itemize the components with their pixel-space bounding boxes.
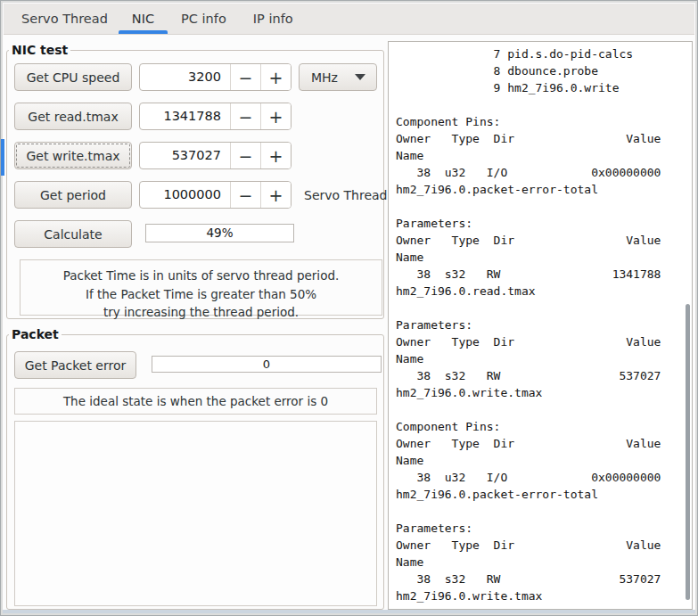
write-tmax-value[interactable]: 537027 — [140, 143, 230, 168]
output-line: Owner Type Dir Value — [396, 333, 679, 350]
tab-label: PC info — [181, 12, 226, 26]
output-line: Name — [396, 452, 679, 469]
output-line: hm2_7i96.0.packet-error-total — [396, 486, 679, 503]
output-line: Parameters: — [396, 316, 679, 333]
packet-error-value-display: 0 — [152, 356, 382, 373]
read-tmax-row: Get read.tmax 1341788 − + — [7, 103, 385, 130]
empty-display-area — [14, 421, 377, 606]
read-tmax-value[interactable]: 1341788 — [140, 103, 230, 129]
tab-servo-thread[interactable]: Servo Thread — [11, 4, 119, 34]
output-line: hm2_7i96.0.write.tmax — [396, 384, 679, 401]
packet-time-note: Packet Time is in units of servo thread … — [20, 259, 382, 316]
note-line: Packet Time is in units of servo thread … — [21, 267, 382, 285]
note-line: If the Packet Time is greater than 50% — [21, 285, 382, 304]
output-line: Owner Type Dir Value — [396, 130, 679, 147]
nic-test-group: NIC test Get CPU speed 3200 − + MHz Get … — [6, 50, 384, 319]
cpu-speed-spinbox[interactable]: 3200 − + — [139, 63, 292, 91]
output-line: Name — [396, 147, 679, 164]
tab-ip-info[interactable]: IP info — [240, 4, 307, 34]
minus-icon[interactable]: − — [230, 103, 260, 129]
packet-error-row: Get Packet error 0 — [7, 351, 385, 379]
write-tmax-row: Get write.tmax 537027 − + — [7, 142, 385, 169]
group-title: Packet — [9, 326, 62, 343]
output-line — [396, 96, 679, 113]
output-line: 38 s32 RW 537027 — [396, 571, 679, 587]
tab-label: NIC — [132, 12, 154, 26]
plus-icon[interactable]: + — [260, 64, 291, 90]
write-tmax-spinbox[interactable]: 537027 − + — [139, 142, 292, 169]
minus-icon[interactable]: − — [230, 182, 260, 208]
get-period-button[interactable]: Get period — [14, 181, 132, 209]
packet-time-percent-display: 49% — [145, 224, 294, 242]
output-line: hm2_7i96.0.write.tmax — [396, 587, 679, 604]
active-tab-underline — [119, 30, 168, 34]
get-packet-error-button[interactable]: Get Packet error — [14, 351, 136, 379]
output-line: Owner Type Dir Value — [396, 537, 679, 554]
output-line: hm2_7i96.0.packet-error-total — [396, 181, 679, 198]
packet-group: Packet Get Packet error 0 The ideal stat… — [6, 334, 384, 610]
period-row: Get period 1000000 − + Servo Thread — [7, 181, 385, 209]
calculate-button[interactable]: Calculate — [14, 220, 132, 248]
period-value[interactable]: 1000000 — [140, 182, 230, 208]
left-scroll-indicator[interactable] — [1, 139, 4, 176]
get-write-tmax-button[interactable]: Get write.tmax — [14, 142, 132, 169]
minus-icon[interactable]: − — [230, 64, 260, 90]
tab-pc-info[interactable]: PC info — [168, 4, 240, 34]
output-line: Component Pins: — [396, 113, 679, 130]
minus-icon[interactable]: − — [230, 143, 260, 168]
output-line: Parameters: — [396, 215, 679, 232]
tab-label: Servo Thread — [21, 12, 108, 26]
plus-icon[interactable]: + — [260, 182, 291, 208]
hal-output-text: 7 pid.s.do-pid-calcs 8 dbounce.probe 9 h… — [396, 45, 679, 604]
get-cpu-speed-button[interactable]: Get CPU speed — [14, 63, 132, 91]
vertical-scrollbar-thumb[interactable] — [686, 304, 690, 600]
plus-icon[interactable]: + — [260, 103, 291, 129]
plus-icon[interactable]: + — [260, 143, 291, 168]
packet-error-note: The ideal state is when the packet error… — [14, 388, 377, 415]
output-line: 38 s32 RW 1341788 — [396, 266, 679, 283]
output-line: 38 u32 I/O 0x00000000 — [396, 469, 679, 486]
output-line: Parameters: — [396, 520, 679, 537]
note-line: try increasing the thread period. — [21, 303, 382, 322]
combo-selected-value: MHz — [311, 70, 338, 85]
output-line: hm2_7i96.0.read.tmax — [396, 283, 679, 300]
hal-output-panel[interactable]: 7 pid.s.do-pid-calcs 8 dbounce.probe 9 h… — [388, 41, 693, 610]
output-line — [396, 503, 679, 520]
period-spinbox[interactable]: 1000000 − + — [139, 181, 292, 209]
output-line: 38 s32 RW 537027 — [396, 367, 679, 384]
output-line: 8 dbounce.probe — [396, 62, 679, 79]
output-line: 38 u32 I/O 0x00000000 — [396, 164, 679, 181]
servo-thread-label: Servo Thread — [304, 181, 388, 209]
output-line: 7 pid.s.do-pid-calcs — [396, 45, 679, 62]
mhz-combobox[interactable]: MHz — [299, 63, 377, 91]
output-line: Name — [396, 350, 679, 367]
tab-nic[interactable]: NIC — [119, 4, 168, 34]
output-line — [396, 198, 679, 215]
output-line: Name — [396, 554, 679, 571]
read-tmax-spinbox[interactable]: 1341788 − + — [139, 103, 292, 130]
tab-label: IP info — [253, 12, 293, 26]
output-line: Name — [396, 249, 679, 266]
output-line: Component Pins: — [396, 418, 679, 435]
cpu-speed-row: Get CPU speed 3200 − + MHz — [7, 63, 385, 91]
get-read-tmax-button[interactable]: Get read.tmax — [14, 103, 132, 130]
group-title: NIC test — [9, 42, 70, 59]
calculate-row: Calculate 49% — [7, 220, 385, 248]
tab-bar: Servo Thread NIC PC info IP info — [4, 4, 694, 35]
chevron-down-icon — [355, 74, 365, 80]
cpu-speed-value[interactable]: 3200 — [140, 64, 230, 90]
output-line: Owner Type Dir Value — [396, 232, 679, 249]
output-line — [396, 401, 679, 418]
output-line: Owner Type Dir Value — [396, 435, 679, 452]
window-bottom-edge — [3, 610, 695, 613]
output-line — [396, 300, 679, 316]
app-window: Servo Thread NIC PC info IP info NIC tes… — [0, 0, 698, 616]
output-line: 9 hm2_7i96.0.write — [396, 79, 679, 96]
